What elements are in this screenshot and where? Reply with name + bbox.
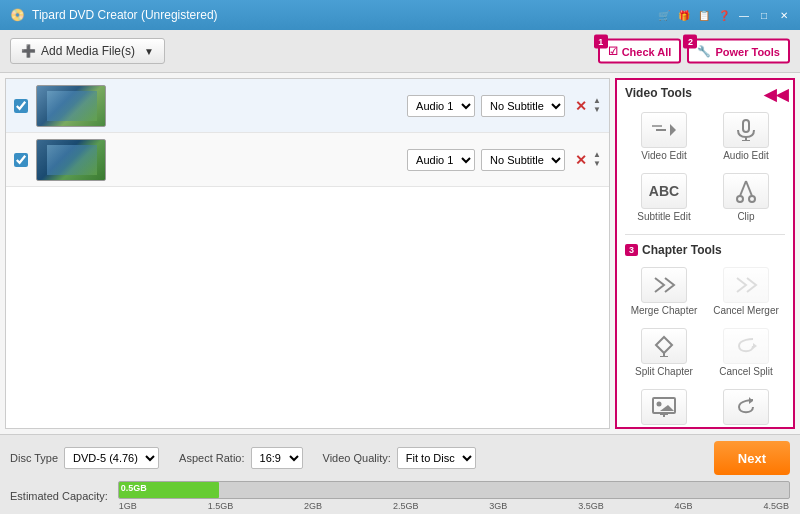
bottom-row-1: Disc Type DVD-5 (4.76) Aspect Ratio: 16:…: [10, 441, 790, 475]
video-edit-tool[interactable]: Video Edit: [625, 108, 703, 165]
media-item-2: Audio 1 No Subtitle ✕ ▲ ▼: [6, 133, 609, 187]
capacity-bar: 0.5GB: [118, 481, 790, 499]
thumbnail-setting-label: Thumbnail Setting: [629, 427, 699, 429]
tick-2gb: 2GB: [304, 501, 322, 511]
video-quality-group: Video Quality: Fit to Disc: [323, 447, 476, 469]
media-checkbox-2[interactable]: [14, 153, 28, 167]
media-controls-2: Audio 1 No Subtitle ✕ ▲ ▼: [407, 149, 601, 171]
maximize-button[interactable]: □: [756, 7, 772, 23]
power-tools-button[interactable]: 🔧 Power Tools: [687, 39, 790, 64]
audio-edit-label: Audio Edit: [723, 150, 769, 161]
help-icon[interactable]: ❓: [716, 7, 732, 23]
media-controls-1: Audio 1 No Subtitle ✕ ▲ ▼: [407, 95, 601, 117]
dropdown-arrow-icon: ▼: [144, 46, 154, 57]
clip-tool[interactable]: Clip: [707, 169, 785, 226]
aspect-ratio-label: Aspect Ratio:: [179, 452, 244, 464]
svg-point-6: [737, 196, 743, 202]
app-icon: 📀: [8, 6, 26, 24]
bottom-row-2: Estimated Capacity: 0.5GB 1GB 1.5GB 2GB …: [10, 481, 790, 511]
close-button[interactable]: ✕: [776, 7, 792, 23]
media-thumbnail-1: [36, 85, 106, 127]
thumbnail-setting-tool[interactable]: Thumbnail Setting: [625, 385, 703, 429]
cancel-merger-icon: [723, 267, 769, 303]
minimize-button[interactable]: —: [736, 7, 752, 23]
reset-all-icon: [723, 389, 769, 425]
check-all-label: Check All: [622, 45, 672, 57]
arrow-up-2[interactable]: ▲: [593, 151, 601, 159]
reset-all-tool[interactable]: Reset All: [707, 385, 785, 429]
add-media-label: Add Media File(s): [41, 44, 135, 58]
arrow-up-1[interactable]: ▲: [593, 97, 601, 105]
arrow-down-1[interactable]: ▼: [593, 106, 601, 114]
main-container: ➕ Add Media File(s) ▼ 1 ☑ Check All 2 🔧 …: [0, 30, 800, 514]
merge-chapter-tool[interactable]: Merge Chapter: [625, 263, 703, 320]
power-tools-wrapper: 2 🔧 Power Tools: [687, 39, 790, 64]
disc-type-label: Disc Type: [10, 452, 58, 464]
subtitle-edit-icon: ABC: [641, 173, 687, 209]
right-panel: ◀◀ Video Tools Video Edit: [615, 78, 795, 429]
badge-2: 2: [683, 35, 697, 49]
capacity-bar-label: 0.5GB: [121, 483, 147, 493]
cancel-merger-tool[interactable]: Cancel Merger: [707, 263, 785, 320]
svg-line-9: [746, 181, 752, 196]
power-tools-label: Power Tools: [715, 45, 780, 57]
toolbar-right: 1 ☑ Check All 2 🔧 Power Tools: [598, 39, 790, 64]
svg-rect-3: [743, 120, 749, 132]
media-close-2[interactable]: ✕: [575, 152, 587, 168]
disc-type-select[interactable]: DVD-5 (4.76): [64, 447, 159, 469]
svg-point-7: [749, 196, 755, 202]
check-all-wrapper: 1 ☑ Check All: [598, 39, 682, 64]
subtitle-select-2[interactable]: No Subtitle: [481, 149, 565, 171]
next-button[interactable]: Next: [714, 441, 790, 475]
svg-line-8: [740, 181, 746, 196]
video-tools-grid: Video Edit Audio Edit: [617, 104, 793, 230]
tick-45gb: 4.5GB: [763, 501, 789, 511]
video-quality-label: Video Quality:: [323, 452, 391, 464]
window-controls[interactable]: 🛒 🎁 📋 ❓ — □ ✕: [656, 7, 792, 23]
gift-icon[interactable]: 🎁: [676, 7, 692, 23]
svg-marker-13: [753, 343, 757, 349]
tools-divider: [625, 234, 785, 235]
media-checkbox-1[interactable]: [14, 99, 28, 113]
shop-icon[interactable]: 🛒: [656, 7, 672, 23]
subtitle-edit-tool[interactable]: ABC Subtitle Edit: [625, 169, 703, 226]
disc-type-group: Disc Type DVD-5 (4.76): [10, 447, 159, 469]
add-media-button[interactable]: ➕ Add Media File(s) ▼: [10, 38, 165, 64]
aspect-ratio-select[interactable]: 16:9: [251, 447, 303, 469]
chapter-tools-title: Chapter Tools: [642, 243, 722, 257]
media-item: Audio 1 No Subtitle ✕ ▲ ▼: [6, 79, 609, 133]
media-arrows-2: ▲ ▼: [593, 151, 601, 168]
split-chapter-tool[interactable]: Split Chapter: [625, 324, 703, 381]
audio-select-1[interactable]: Audio 1: [407, 95, 475, 117]
copy-icon[interactable]: 📋: [696, 7, 712, 23]
chapter-tools-grid: Merge Chapter Cancel Merger: [617, 259, 793, 429]
bottom-bar: Disc Type DVD-5 (4.76) Aspect Ratio: 16:…: [0, 434, 800, 514]
title-bar: 📀 Tipard DVD Creator (Unregistered) 🛒 🎁 …: [0, 0, 800, 30]
cancel-split-icon: [723, 328, 769, 364]
tick-4gb: 4GB: [675, 501, 693, 511]
add-icon: ➕: [21, 44, 36, 58]
audio-edit-tool[interactable]: Audio Edit: [707, 108, 785, 165]
badge-3: 3: [625, 244, 638, 256]
video-quality-select[interactable]: Fit to Disc: [397, 447, 476, 469]
tools-icon: 🔧: [697, 45, 711, 58]
audio-select-2[interactable]: Audio 1: [407, 149, 475, 171]
badge-1: 1: [594, 35, 608, 49]
tick-25gb: 2.5GB: [393, 501, 419, 511]
svg-point-16: [657, 402, 662, 407]
media-thumbnail-2: [36, 139, 106, 181]
media-list: Audio 1 No Subtitle ✕ ▲ ▼: [5, 78, 610, 429]
clip-icon: [723, 173, 769, 209]
panel-collapse-button[interactable]: ◀◀: [764, 85, 788, 104]
svg-marker-1: [670, 124, 676, 136]
subtitle-select-1[interactable]: No Subtitle: [481, 95, 565, 117]
arrow-down-2[interactable]: ▼: [593, 160, 601, 168]
cancel-split-tool[interactable]: Cancel Split: [707, 324, 785, 381]
media-close-1[interactable]: ✕: [575, 98, 587, 114]
audio-edit-icon: [723, 112, 769, 148]
content-area: Audio 1 No Subtitle ✕ ▲ ▼: [0, 73, 800, 434]
thumbnail-setting-icon: [641, 389, 687, 425]
clip-label: Clip: [737, 211, 754, 222]
reset-all-label: Reset All: [726, 427, 765, 429]
check-all-button[interactable]: ☑ Check All: [598, 39, 682, 64]
